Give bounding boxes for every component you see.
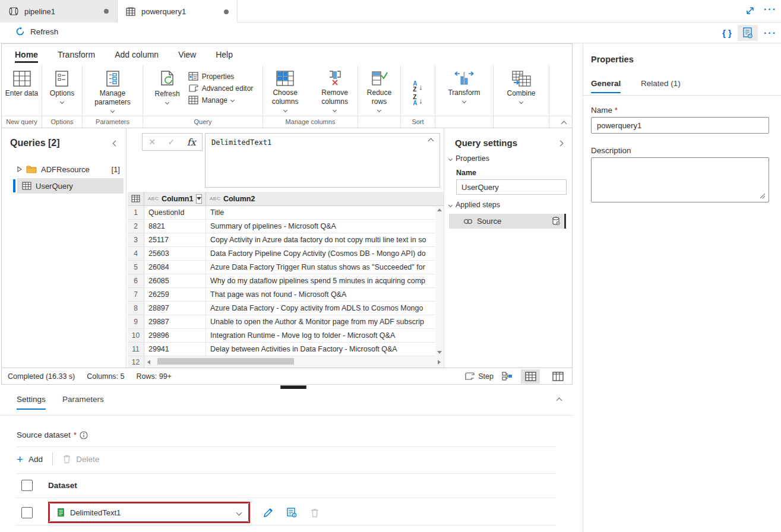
cell-column1[interactable]: 26259: [144, 288, 206, 301]
row-number[interactable]: 7: [128, 288, 144, 301]
cell-column2[interactable]: Azure Data Factory - Copy activity from …: [206, 302, 426, 315]
cell-column2[interactable]: Copy Activity in Azure data factory do n…: [206, 233, 426, 246]
table-row[interactable]: 1129941Delay between Activities in Data …: [128, 343, 444, 356]
tab-powerquery1[interactable]: powerquery1: [118, 0, 238, 23]
row-number[interactable]: 1: [128, 206, 144, 219]
manage-parameters-button[interactable]: Manage parameters: [83, 69, 143, 113]
dataset-select[interactable]: DelimitedText1: [49, 503, 249, 522]
manage-query-button[interactable]: Manage: [188, 96, 254, 104]
cell-column1[interactable]: 25117: [144, 233, 206, 246]
cell-column2[interactable]: Integration Runtime - Move log to folder…: [206, 329, 426, 342]
ribbon-tab-home[interactable]: Home: [15, 44, 38, 65]
row-number[interactable]: 5: [128, 261, 144, 274]
row-number[interactable]: 3: [128, 233, 144, 246]
cell-column2[interactable]: Azure Data Factory Trigger Run status sh…: [206, 261, 426, 274]
sort-descending-button[interactable]: ZA ↓: [413, 94, 423, 106]
grid-view-toggle[interactable]: [521, 369, 540, 384]
cell-column1[interactable]: 29896: [144, 329, 206, 342]
tab-settings[interactable]: Settings: [17, 395, 46, 410]
row-number[interactable]: 9: [128, 315, 144, 328]
delete-dataset-button[interactable]: Delete: [62, 454, 99, 464]
ribbon-tab-help[interactable]: Help: [216, 44, 233, 65]
ribbon-tab-view[interactable]: View: [178, 44, 196, 65]
diagram-view-icon[interactable]: [502, 372, 513, 381]
query-properties-button[interactable]: Properties: [188, 72, 254, 81]
properties-name-input[interactable]: [591, 117, 769, 134]
ribbon-tab-transform[interactable]: Transform: [58, 44, 95, 65]
table-row[interactable]: 929887Unable to open the Author & Monito…: [128, 315, 444, 329]
cell-column2[interactable]: Delay between Activities in Data Factory…: [206, 343, 426, 356]
info-icon[interactable]: [80, 431, 88, 439]
tab-pipeline1[interactable]: pipeline1: [0, 0, 118, 23]
scroll-right-icon[interactable]: [438, 360, 441, 365]
step-settings-icon[interactable]: [552, 217, 560, 226]
step-button[interactable]: Step: [464, 372, 494, 381]
tab-general[interactable]: General: [591, 79, 621, 93]
tab-parameters[interactable]: Parameters: [62, 395, 104, 410]
cell-column1[interactable]: QuestionId: [144, 206, 206, 219]
cell-column1[interactable]: 29941: [144, 343, 206, 356]
column-header-column1[interactable]: ABC Column1: [144, 192, 206, 205]
cell-column2[interactable]: Why do my dataflow pipelines spend 5 min…: [206, 274, 426, 287]
applied-step-source[interactable]: Source: [449, 214, 564, 229]
properties-section-header[interactable]: Properties: [449, 154, 489, 163]
column-view-toggle[interactable]: [548, 369, 567, 384]
refresh-button[interactable]: Refresh: [15, 27, 58, 36]
table-row[interactable]: 425603Data Factory Pipeline Copy Activit…: [128, 247, 444, 261]
scrollbar-thumb[interactable]: [157, 358, 294, 365]
filter-dropdown-icon[interactable]: [196, 194, 202, 204]
choose-columns-button[interactable]: Choose columns: [263, 69, 307, 113]
add-dataset-button[interactable]: + Add: [17, 454, 43, 465]
enter-data-button[interactable]: Enter data: [3, 69, 40, 99]
formula-input[interactable]: DelimitedText1: [205, 133, 440, 188]
table-row[interactable]: 726259That page was not found - Microsof…: [128, 288, 444, 302]
table-row[interactable]: 828897Azure Data Factory - Copy activity…: [128, 302, 444, 315]
grid-corner-cell[interactable]: [128, 192, 144, 205]
column-header-column2[interactable]: ABC Column2: [206, 192, 434, 205]
description-textarea[interactable]: [591, 157, 769, 202]
cell-column2[interactable]: Title: [206, 206, 426, 219]
row-number[interactable]: 11: [128, 343, 144, 356]
cell-column1[interactable]: 28897: [144, 302, 206, 315]
row-number[interactable]: 10: [128, 329, 144, 342]
transform-button[interactable]: Transform: [445, 69, 482, 104]
cell-column1[interactable]: 26084: [144, 261, 206, 274]
open-dataset-icon[interactable]: [286, 508, 297, 518]
steps-scrollbar[interactable]: [564, 214, 566, 229]
cell-column1[interactable]: 26085: [144, 274, 206, 287]
cell-column1[interactable]: 8821: [144, 220, 206, 233]
table-row[interactable]: 28821Summary of pipelines - Microsoft Q&…: [128, 220, 444, 233]
advanced-editor-button[interactable]: Advanced editor: [188, 84, 254, 93]
remove-columns-button[interactable]: Remove columns: [312, 69, 358, 113]
code-view-icon[interactable]: { }: [717, 25, 736, 41]
options-button[interactable]: Options: [48, 69, 77, 104]
expand-icon[interactable]: [745, 5, 755, 16]
table-row[interactable]: 1QuestionIdTitle: [128, 206, 444, 220]
queries-collapse-icon[interactable]: [113, 141, 119, 147]
cell-column1[interactable]: 29887: [144, 315, 206, 328]
select-all-checkbox[interactable]: [21, 480, 33, 491]
query-tree-item-userquery[interactable]: UserQuery: [2, 178, 126, 194]
sort-ascending-button[interactable]: AZ ↓: [413, 81, 423, 93]
cell-column2[interactable]: That page was not found - Microsoft Q&A: [206, 288, 426, 301]
combine-button[interactable]: Combine: [504, 69, 537, 104]
tab-related[interactable]: Related (1): [641, 79, 681, 93]
row-number[interactable]: 8: [128, 302, 144, 315]
cell-column2[interactable]: Unable to open the Author & Monitor page…: [206, 315, 426, 328]
refresh-preview-button[interactable]: Refresh: [153, 69, 182, 105]
row-checkbox[interactable]: [21, 507, 33, 518]
ribbon-tab-add-column[interactable]: Add column: [115, 44, 159, 65]
reduce-rows-button[interactable]: Reduce rows: [358, 69, 400, 113]
cancel-icon[interactable]: ✕: [148, 137, 156, 147]
delete-row-icon[interactable]: [310, 508, 320, 518]
scroll-up-icon[interactable]: [437, 208, 442, 211]
vertical-scrollbar[interactable]: [435, 206, 444, 356]
bottom-panel-collapse-icon[interactable]: [556, 398, 562, 404]
scroll-left-icon[interactable]: [147, 360, 150, 365]
horizontal-scrollbar[interactable]: [144, 356, 444, 368]
edit-dataset-icon[interactable]: [263, 508, 273, 518]
row-number[interactable]: 2: [128, 220, 144, 233]
row-number[interactable]: 4: [128, 247, 144, 260]
table-row[interactable]: 325117Copy Activity in Azure data factor…: [128, 233, 444, 247]
applied-steps-section-header[interactable]: Applied steps: [449, 201, 500, 209]
